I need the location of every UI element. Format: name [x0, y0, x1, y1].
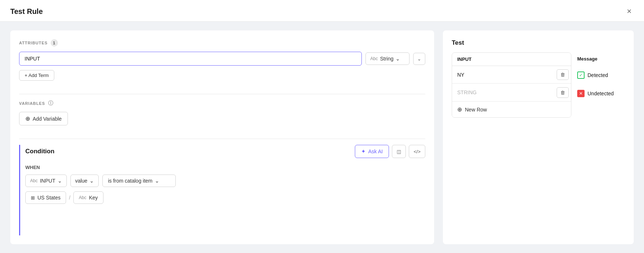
condition-row: Abc INPUT ⌄ value ⌄ is from catalog item… [25, 175, 425, 187]
catalog-item-row: ⊞ US States / Abc Key [25, 191, 425, 204]
type-abc-icon: Abc [370, 56, 378, 61]
value-chevron-icon: ⌄ [90, 178, 94, 184]
input-abc-icon: Abc [30, 178, 38, 183]
add-term-button[interactable]: + Add Term [19, 70, 54, 81]
detected-icon: ✓ [577, 72, 585, 79]
col-input-header: INPUT [457, 56, 472, 62]
key-abc-icon: Abc [79, 195, 87, 200]
add-variable-button[interactable]: ⊕ Add Variable [19, 112, 68, 125]
input-field[interactable] [19, 52, 362, 66]
test-message-column: Message ✓ Detected ✕ Undetected [577, 52, 625, 103]
type-chevron-icon: ⌄ [396, 56, 400, 62]
row1-delete-button[interactable]: 🗑 [557, 69, 569, 80]
type-select[interactable]: Abc String ⌄ [365, 52, 410, 65]
left-panel: ATTRIBUTES 1 Abc String ⌄ ⌄ + Add Term [10, 30, 434, 244]
modal-body: ATTRIBUTES 1 Abc String ⌄ ⌄ + Add Term [0, 22, 644, 253]
message-row-1: ✓ Detected [577, 66, 625, 84]
attribute-row: Abc String ⌄ ⌄ [19, 52, 425, 66]
divider-2 [19, 139, 425, 139]
value-select[interactable]: value ⌄ [70, 175, 99, 187]
when-label: WHEN [25, 165, 425, 170]
test-table-header: INPUT [452, 53, 571, 66]
undetected-label: Undetected [587, 91, 614, 96]
message-row-2: ✕ Undetected [577, 84, 625, 103]
condition-title: Condition [25, 148, 54, 155]
row2-placeholder: STRING [457, 89, 557, 95]
undetected-icon: ✕ [577, 90, 585, 97]
row2-delete-button[interactable]: 🗑 [557, 87, 569, 98]
catalog-item-select[interactable]: is from catalog item ⌄ [102, 175, 176, 187]
test-input-table: INPUT NY 🗑 STRING 🗑 ⊕ New Row [452, 52, 571, 118]
attributes-badge: 1 [51, 39, 58, 47]
catalog-table-button[interactable]: ⊞ US States [25, 191, 66, 204]
catalog-separator: / [66, 195, 73, 201]
right-panel: Test INPUT NY 🗑 STRING 🗑 [443, 30, 634, 244]
attributes-label: ATTRIBUTES 1 [19, 39, 425, 47]
catalog-chevron-icon: ⌄ [155, 178, 159, 184]
table-icon: ⊞ [31, 195, 35, 201]
info-icon: ⓘ [48, 100, 54, 107]
attributes-section: ATTRIBUTES 1 Abc String ⌄ ⌄ + Add Term [19, 39, 425, 81]
test-row-2: STRING 🗑 [452, 84, 571, 101]
test-grid: INPUT NY 🗑 STRING 🗑 ⊕ New Row [452, 52, 625, 118]
modal-title: Test Rule [10, 7, 43, 16]
divider-1 [19, 94, 425, 94]
modal-header: Test Rule × [0, 0, 644, 22]
detected-label: Detected [587, 72, 608, 78]
add-variable-plus-icon: ⊕ [25, 115, 30, 122]
close-button[interactable]: × [625, 7, 634, 16]
block-view-button[interactable]: ◫ [392, 145, 406, 158]
input-select[interactable]: Abc INPUT ⌄ [25, 175, 67, 187]
modal-container: Test Rule × ATTRIBUTES 1 Abc String ⌄ [0, 0, 644, 253]
new-row-plus-icon: ⊕ [457, 106, 462, 113]
row1-value: NY [457, 72, 557, 78]
ask-ai-button[interactable]: ✦ Ask AI [355, 145, 389, 158]
condition-actions: ✦ Ask AI ◫ </> [355, 145, 425, 158]
type-value: String [380, 56, 394, 62]
input-chevron-icon: ⌄ [58, 178, 62, 184]
new-row-button[interactable]: ⊕ New Row [452, 101, 571, 117]
ai-stars-icon: ✦ [361, 148, 366, 155]
expand-button[interactable]: ⌄ [413, 53, 425, 65]
code-view-button[interactable]: </> [409, 145, 425, 158]
variables-section: VARIABLES ⓘ ⊕ Add Variable [19, 100, 425, 125]
condition-header: Condition ✦ Ask AI ◫ </> [25, 145, 425, 158]
variables-label: VARIABLES ⓘ [19, 100, 425, 107]
test-title: Test [452, 39, 625, 47]
col-message-header: Message [577, 52, 625, 65]
condition-section: Condition ✦ Ask AI ◫ </> WHEN [19, 145, 425, 235]
catalog-key-button[interactable]: Abc Key [73, 191, 103, 204]
block-icon: ◫ [397, 149, 401, 154]
test-row-1: NY 🗑 [452, 66, 571, 84]
